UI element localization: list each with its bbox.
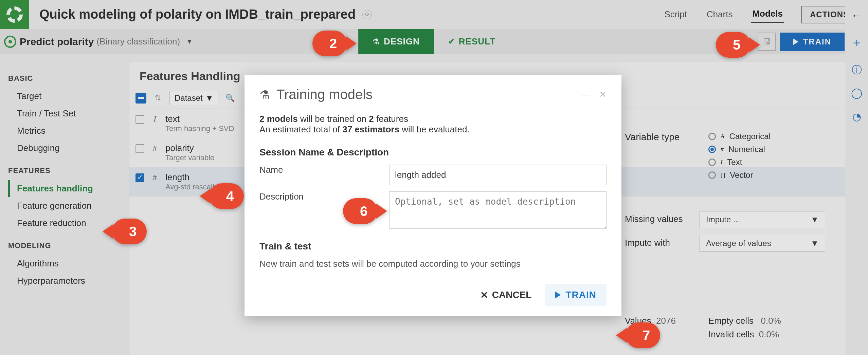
chevron-down-icon: ▼ bbox=[205, 93, 214, 103]
missing-values-select[interactable]: Impute ...▼ bbox=[700, 211, 825, 228]
feature-name: polarity bbox=[165, 143, 214, 153]
tab-design[interactable]: ⚗ DESIGN bbox=[358, 29, 434, 54]
empty-cells-stat: Empty cells 0.0% bbox=[708, 316, 781, 326]
training-modal: ⚗ Training models — ✕ 2 models will be t… bbox=[245, 75, 621, 316]
flask-icon: ⚗ bbox=[373, 37, 380, 46]
model-type: (Binary classification) bbox=[96, 36, 180, 47]
missing-values-label: Missing values bbox=[625, 214, 683, 224]
callout-2: 2 bbox=[312, 31, 347, 56]
logo-icon bbox=[6, 6, 23, 23]
variable-type-label: Variable type bbox=[625, 132, 680, 143]
info-icon[interactable]: ⓘ bbox=[851, 63, 863, 75]
chat-icon[interactable]: ◯ bbox=[851, 87, 863, 98]
cancel-button[interactable]: ✕ CANCEL bbox=[480, 289, 532, 301]
type-icon: A bbox=[721, 133, 725, 139]
feature-sub: Term hashing + SVD bbox=[165, 124, 234, 133]
modal-train-button[interactable]: TRAIN bbox=[545, 284, 607, 306]
dataset-select[interactable]: Dataset ▼ bbox=[169, 91, 218, 105]
sort-icon[interactable]: ⇅ bbox=[152, 94, 164, 102]
type-icon: # bbox=[151, 173, 159, 182]
play-icon bbox=[793, 38, 798, 45]
refresh-icon[interactable]: ⟳ bbox=[362, 10, 372, 19]
close-icon: ✕ bbox=[480, 289, 488, 301]
sidebar-item-feature-generation[interactable]: Feature generation bbox=[8, 197, 129, 214]
model-dropdown-icon[interactable]: ▼ bbox=[186, 38, 193, 45]
variable-type-options: ACategorical #Numerical IText [ ]Vector bbox=[708, 128, 771, 183]
right-rail: ← ＋ ⓘ ◯ ◔ bbox=[845, 0, 868, 355]
feature-checkbox[interactable] bbox=[135, 115, 144, 124]
add-icon[interactable]: ＋ bbox=[851, 34, 863, 51]
sidebar-item-metrics[interactable]: Metrics bbox=[8, 122, 129, 139]
sidebar-item-target[interactable]: Target bbox=[8, 88, 129, 105]
model-name: Predict polarity bbox=[20, 36, 94, 48]
modal-title: Training models bbox=[276, 87, 373, 102]
mode-tabs: ⚗ DESIGN ✔ RESULT bbox=[358, 29, 510, 54]
feature-checkbox[interactable] bbox=[135, 144, 144, 153]
modal-section-name: Session Name & Description bbox=[259, 147, 607, 158]
vartype-option[interactable]: ACategorical bbox=[708, 132, 771, 141]
invalid-cells-stat: Invalid cells 0.0% bbox=[708, 329, 779, 340]
type-icon: I bbox=[151, 114, 159, 124]
app-logo[interactable] bbox=[0, 0, 29, 29]
callout-6: 6 bbox=[343, 198, 378, 224]
type-icon: I bbox=[721, 159, 722, 165]
modal-summary-line2: An estimated total of 37 estimators will… bbox=[259, 124, 607, 135]
sidebar-item-train-test-set[interactable]: Train / Test Set bbox=[8, 105, 129, 122]
feature-name: text bbox=[165, 114, 234, 124]
train-button[interactable]: TRAIN bbox=[780, 33, 844, 51]
flask-icon: ⚗ bbox=[259, 88, 270, 101]
target-icon bbox=[4, 36, 16, 48]
chevron-down-icon: ▼ bbox=[811, 215, 819, 224]
close-icon[interactable]: ✕ bbox=[599, 89, 607, 100]
name-label: Name bbox=[259, 165, 379, 175]
save-button[interactable]: 🖫 bbox=[758, 33, 776, 51]
vartype-option[interactable]: [ ]Vector bbox=[708, 170, 771, 180]
tab-models[interactable]: Models bbox=[751, 6, 784, 23]
feature-name: length bbox=[165, 172, 222, 183]
session-name-input[interactable] bbox=[389, 165, 607, 185]
callout-5: 5 bbox=[716, 32, 751, 58]
sidebar: BASIC Target Train / Test Set Metrics De… bbox=[0, 54, 129, 355]
cancel-button-label: CANCEL bbox=[492, 289, 532, 300]
impute-with-select[interactable]: Average of values▼ bbox=[700, 235, 825, 252]
sidebar-header-modeling: MODELING bbox=[8, 241, 129, 250]
train-test-description: New train and test sets will be computed… bbox=[259, 259, 607, 269]
tab-script[interactable]: Script bbox=[663, 6, 688, 22]
impute-with-label: Impute with bbox=[625, 238, 670, 248]
modal-section-train: Train & test bbox=[259, 241, 607, 252]
sidebar-header-features: FEATURES bbox=[8, 166, 129, 175]
tab-design-label: DESIGN bbox=[384, 36, 420, 47]
modal-train-label: TRAIN bbox=[565, 289, 596, 300]
modal-summary-line1: 2 models will be trained on 2 features bbox=[259, 114, 607, 124]
type-icon: [ ] bbox=[721, 172, 725, 178]
feature-checkbox[interactable] bbox=[135, 173, 144, 182]
select-all-checkbox[interactable] bbox=[135, 93, 146, 104]
feature-sub: Target variable bbox=[165, 153, 214, 162]
header-tabs: Script Charts Models ACTIONS bbox=[663, 6, 858, 23]
vartype-option[interactable]: #Numerical bbox=[708, 145, 771, 154]
app-header: Quick modeling of polarity on IMDB_train… bbox=[0, 0, 868, 29]
chevron-down-icon: ▼ bbox=[811, 239, 819, 248]
tab-result[interactable]: ✔ RESULT bbox=[434, 29, 510, 54]
back-icon[interactable]: ← bbox=[851, 9, 863, 22]
train-button-label: TRAIN bbox=[803, 37, 831, 46]
minimize-icon[interactable]: — bbox=[581, 89, 590, 100]
type-icon: # bbox=[151, 144, 159, 153]
sidebar-item-debugging[interactable]: Debugging bbox=[8, 139, 129, 157]
sidebar-header-basic: BASIC bbox=[8, 74, 129, 83]
play-icon bbox=[555, 292, 561, 298]
tab-charts[interactable]: Charts bbox=[705, 6, 734, 22]
sidebar-item-algorithms[interactable]: Algorithms bbox=[8, 255, 129, 272]
session-description-input[interactable] bbox=[389, 191, 607, 229]
sidebar-item-hyperparameters[interactable]: Hyperparameters bbox=[8, 272, 129, 289]
history-icon[interactable]: ◔ bbox=[851, 111, 863, 122]
dataset-select-label: Dataset bbox=[175, 93, 203, 103]
vartype-option[interactable]: IText bbox=[708, 157, 771, 167]
search-icon[interactable]: 🔍 bbox=[224, 94, 236, 102]
sidebar-item-features-handling[interactable]: Features handling bbox=[8, 180, 129, 197]
callout-7: 7 bbox=[626, 322, 660, 348]
callout-4: 4 bbox=[209, 183, 244, 209]
callout-3: 3 bbox=[112, 219, 147, 244]
type-icon: # bbox=[721, 146, 724, 152]
result-icon: ✔ bbox=[448, 37, 455, 46]
